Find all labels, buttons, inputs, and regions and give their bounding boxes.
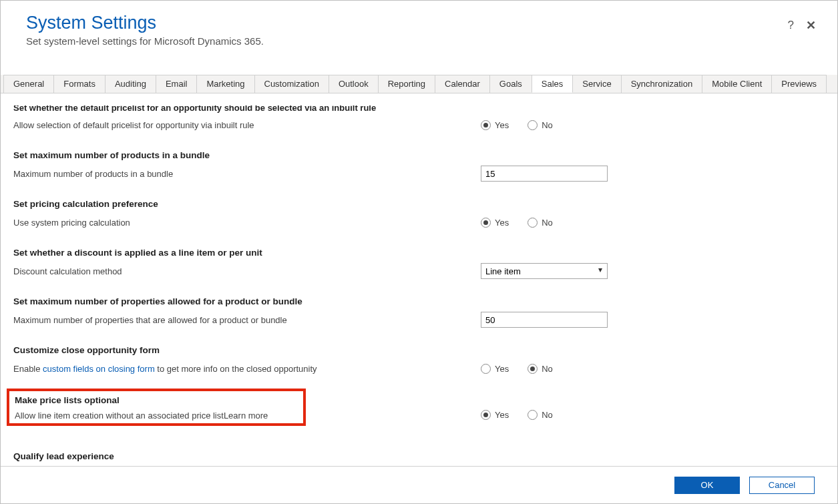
label-close-opp: Enable custom fields on closing form to … [13, 364, 481, 374]
input-max-bundle[interactable] [481, 166, 608, 182]
section-heading-default-pricelist: Set whether the default pricelist for an… [13, 105, 825, 113]
dialog-header: System Settings Set system-level setting… [1, 1, 837, 52]
cancel-button[interactable]: Cancel [749, 477, 815, 494]
link-custom-fields-closing-form[interactable]: custom fields on closing form [43, 364, 155, 374]
radio-close-opp-yes[interactable]: Yes [481, 364, 509, 374]
label-max-props: Maximum number of properties that are al… [13, 315, 481, 325]
tab-formats[interactable]: Formats [53, 75, 106, 93]
radio-dot-icon [481, 410, 491, 420]
link-learn-more-price-lists[interactable]: Learn more [224, 411, 268, 421]
section-heading-max-bundle: Set maximum number of products in a bund… [13, 150, 825, 160]
section-heading-close-opp: Customize close opportunity form [13, 345, 825, 355]
label-discount-method: Discount calculation method [13, 266, 481, 276]
radio-dot-icon [481, 218, 491, 228]
help-icon[interactable]: ? [788, 19, 794, 32]
radio-price-lists-optional-no[interactable]: No [528, 410, 553, 420]
tab-previews[interactable]: Previews [771, 75, 827, 93]
radio-circle-icon [528, 120, 538, 130]
tab-customization[interactable]: Customization [254, 75, 329, 93]
section-heading-pricing-pref: Set pricing calculation preference [13, 199, 825, 209]
radio-default-pricelist-no[interactable]: No [528, 120, 553, 130]
page-subtitle: Set system-level settings for Microsoft … [26, 35, 817, 47]
radio-circle-icon [528, 218, 538, 228]
radio-pricing-no[interactable]: No [528, 218, 553, 228]
radio-circle-icon [481, 364, 491, 374]
label-pricing-pref: Use system pricing calculation [13, 218, 481, 228]
section-heading-max-props: Set maximum number of properties allowed… [13, 296, 825, 306]
section-heading-qualify-lead: Qualify lead experience [13, 451, 825, 461]
tab-email[interactable]: Email [156, 75, 198, 93]
radio-price-lists-optional-yes[interactable]: Yes [481, 410, 509, 420]
ok-button[interactable]: OK [674, 477, 740, 494]
tab-reporting[interactable]: Reporting [378, 75, 435, 93]
tab-general[interactable]: General [3, 75, 54, 93]
page-title: System Settings [26, 13, 817, 33]
tab-auditing[interactable]: Auditing [105, 75, 156, 93]
tab-calendar[interactable]: Calendar [435, 75, 490, 93]
label-price-lists-optional: Allow line item creation without an asso… [15, 411, 298, 421]
radio-circle-icon [528, 410, 538, 420]
tab-goals[interactable]: Goals [489, 75, 532, 93]
tab-bar: General Formats Auditing Email Marketing… [1, 75, 837, 93]
dialog-footer: OK Cancel [1, 466, 837, 503]
settings-panel[interactable]: Set whether the default pricelist for an… [1, 105, 837, 465]
radio-close-opp-no[interactable]: No [528, 364, 553, 374]
label-max-bundle: Maximum number of products in a bundle [13, 169, 481, 179]
section-heading-discount: Set whether a discount is applied as a l… [13, 248, 825, 258]
close-icon[interactable]: ✕ [806, 18, 816, 33]
tab-synchronization[interactable]: Synchronization [621, 75, 703, 93]
label-default-pricelist: Allow selection of default pricelist for… [13, 120, 481, 130]
input-max-props[interactable] [481, 312, 608, 328]
tab-service[interactable]: Service [572, 75, 621, 93]
radio-pricing-yes[interactable]: Yes [481, 218, 509, 228]
radio-default-pricelist-yes[interactable]: Yes [481, 120, 509, 130]
select-discount-method[interactable]: Line item [481, 263, 608, 279]
tab-mobile-client[interactable]: Mobile Client [702, 75, 772, 93]
tab-sales[interactable]: Sales [532, 75, 574, 93]
radio-dot-icon [528, 364, 538, 374]
section-heading-price-lists-optional: Make price lists optional [15, 395, 298, 405]
tab-outlook[interactable]: Outlook [329, 75, 379, 93]
tab-marketing[interactable]: Marketing [196, 75, 254, 93]
radio-dot-icon [481, 120, 491, 130]
highlight-make-price-lists-optional: Make price lists optional Allow line ite… [7, 389, 306, 426]
